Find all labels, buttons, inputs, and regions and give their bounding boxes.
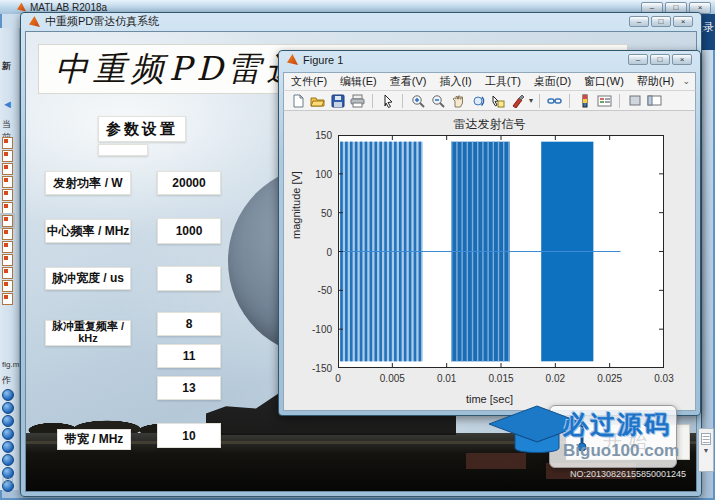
print-icon[interactable] (349, 93, 366, 109)
param-input-prf-2[interactable]: 11 (157, 344, 221, 368)
toolbar-separator (402, 94, 403, 108)
param-label-prf: 脉冲重复频率 / kHz (45, 320, 131, 346)
menu-file[interactable]: 文件(F) (291, 74, 327, 89)
menu-desktop[interactable]: 桌面(D) (534, 74, 571, 89)
serial-number: NO:20130826155850001245 (570, 469, 686, 479)
show-plot-tools-icon[interactable] (646, 93, 663, 109)
param-input-tx-power[interactable]: 20000 (157, 171, 221, 195)
file-tree-item-icon[interactable] (2, 254, 13, 266)
matlab-figure-icon (287, 54, 298, 65)
maximize-button[interactable]: □ (650, 54, 670, 65)
param-label-tx-power: 发射功率 / W (45, 171, 131, 195)
scrollbar-thumb-icon[interactable]: ——— (701, 433, 711, 445)
document-item-icon[interactable] (2, 415, 14, 427)
pointer-icon[interactable] (379, 93, 396, 109)
zoom-out-icon[interactable] (429, 93, 446, 109)
x-tick-label: 0.005 (380, 373, 405, 384)
param-input-center-freq[interactable]: 1000 (157, 218, 221, 244)
x-tick-label: 0.025 (597, 373, 622, 384)
file-tree-item-icon[interactable] (2, 228, 13, 240)
file-tree-item-icon[interactable] (2, 267, 13, 279)
file-tree-item-icon[interactable] (2, 202, 13, 214)
toolbar-separator (569, 94, 570, 108)
x-tick-label: 0.015 (488, 373, 513, 384)
menu-edit[interactable]: 编辑(E) (340, 74, 377, 89)
zoom-in-icon[interactable] (409, 93, 426, 109)
figure-window-title: Figure 1 (303, 54, 343, 66)
link-plots-icon[interactable] (546, 93, 563, 109)
data-cursor-icon[interactable] (489, 93, 506, 109)
figure-titlebar[interactable]: Figure 1 – □ × (279, 51, 700, 68)
param-label-center-freq: 中心频率 / MHz (45, 219, 131, 243)
legend-icon[interactable] (596, 93, 613, 109)
figure-toolbar: ▾ (283, 91, 696, 111)
brush-dropdown-caret-icon[interactable]: ▾ (529, 96, 533, 105)
file-tree-item-icon[interactable] (2, 176, 13, 188)
menu-help[interactable]: 帮助(H) (637, 74, 674, 89)
param-input-prf-1[interactable]: 8 (157, 312, 221, 336)
figure-window: Figure 1 – □ × 文件(F) 编辑(E) 查看(V) 插入(I) 工… (278, 50, 701, 416)
matlab-figure-icon (29, 16, 40, 27)
file-tree-item-icon[interactable] (2, 189, 13, 201)
figure-menubar: 文件(F) 编辑(E) 查看(V) 插入(I) 工具(T) 桌面(D) 窗口(W… (283, 72, 696, 91)
scrollbar-fragment[interactable]: ——— ▼ (698, 428, 714, 472)
matlab-window-title: MATLAB R2018a (30, 2, 107, 13)
param-label-pulse-width: 脉冲宽度 / us (45, 267, 131, 290)
file-tree-item-icon[interactable] (2, 241, 13, 253)
open-icon[interactable] (309, 93, 326, 109)
menu-view[interactable]: 查看(V) (390, 74, 427, 89)
toolbar-separator (539, 94, 540, 108)
y-axis-label: magnitude [V] (290, 171, 302, 239)
rotate-3d-icon[interactable] (469, 93, 486, 109)
y-tick-label: -150 (286, 363, 332, 374)
param-input-pulse-width[interactable]: 8 (157, 266, 221, 291)
desktop-screen: MATLAB R2018a – □ × 登录 新 ◄ 当前 fig.m 作 ||… (0, 0, 715, 500)
section-header: 参数设置 (98, 116, 186, 142)
watermark-text-url: Biguo100.com (563, 441, 679, 461)
new-script-button-fragment[interactable]: 新 (2, 60, 11, 73)
y-tick-label: 0 (286, 247, 332, 258)
maximize-button[interactable]: □ (651, 16, 671, 27)
minimize-button[interactable]: – (629, 16, 649, 27)
y-tick-label: 50 (286, 208, 332, 219)
document-item-icon[interactable] (2, 402, 14, 414)
brush-icon[interactable] (509, 93, 526, 109)
save-icon[interactable] (329, 93, 346, 109)
matlab-sidebar-strip: 新 ◄ 当前 fig.m 作 |||| (0, 28, 20, 490)
gui-titlebar[interactable]: 中重频PD雷达仿真系统 – □ × (21, 13, 701, 30)
close-button[interactable]: × (672, 54, 692, 65)
author-label-fragment: 作 (2, 374, 11, 387)
watermark-text-cn: 必过源码 (563, 408, 671, 441)
param-input-bandwidth[interactable]: 10 (157, 423, 221, 448)
y-tick-label: 100 (286, 169, 332, 180)
file-tree-item-icon[interactable] (2, 150, 13, 162)
menu-tools[interactable]: 工具(T) (485, 74, 521, 89)
hide-plot-tools-icon[interactable] (626, 93, 643, 109)
new-icon[interactable] (289, 93, 306, 109)
document-item-icon[interactable] (2, 454, 14, 466)
menu-insert[interactable]: 插入(I) (439, 74, 471, 89)
pan-icon[interactable] (449, 93, 466, 109)
document-item-icon[interactable] (2, 389, 14, 401)
file-tree-item-icon[interactable] (2, 137, 13, 149)
pulse-train-plot (338, 135, 664, 368)
colorbar-icon[interactable] (576, 93, 593, 109)
menu-window[interactable]: 窗口(W) (584, 74, 624, 89)
document-item-icon[interactable] (2, 428, 14, 440)
close-button[interactable]: × (673, 16, 693, 27)
x-tick-label: 0.02 (546, 373, 565, 384)
document-item-icon[interactable] (2, 441, 14, 453)
scroll-down-arrow-icon[interactable]: ▼ (699, 447, 713, 454)
resize-grip[interactable]: |||| (2, 475, 14, 484)
back-arrow-icon[interactable]: ◄ (2, 98, 13, 110)
file-tree[interactable] (2, 136, 13, 306)
param-input-prf-3[interactable]: 13 (157, 376, 221, 400)
file-tree-item-icon[interactable] (2, 215, 13, 227)
file-tree-item-icon[interactable] (2, 163, 13, 175)
menu-overflow-icon[interactable]: ⌄ (682, 76, 690, 86)
plot-axes (338, 135, 664, 368)
file-tree-item-icon[interactable] (2, 293, 13, 305)
minimize-button[interactable]: – (628, 54, 648, 65)
toolbar-separator (372, 94, 373, 108)
file-tree-item-icon[interactable] (2, 280, 13, 292)
